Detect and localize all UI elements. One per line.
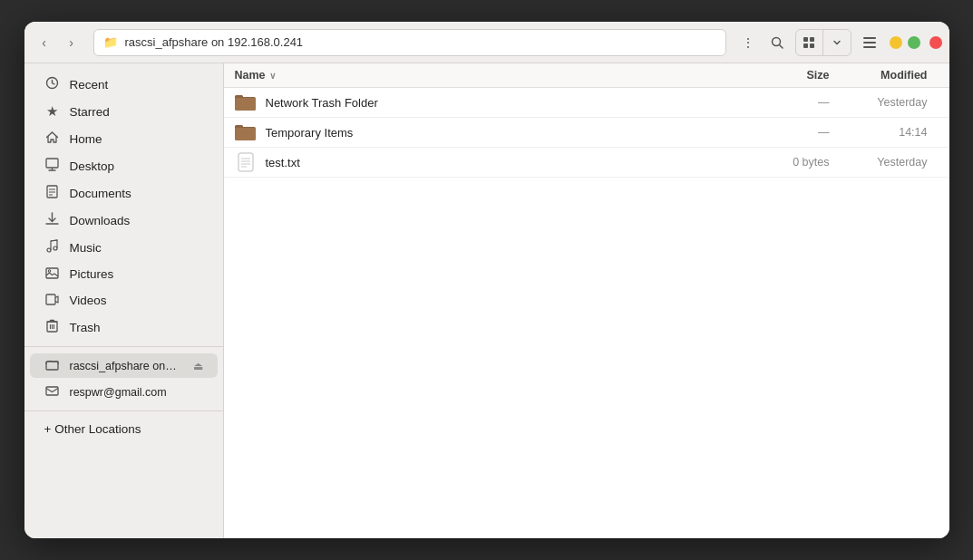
sidebar-item-recent[interactable]: Recent: [30, 72, 218, 97]
sidebar-item-downloads-label: Downloads: [70, 214, 131, 227]
afpshare-icon: [44, 358, 61, 373]
desktop-icon: [44, 158, 61, 174]
list-view-button[interactable]: [857, 30, 882, 55]
txt-file-icon-container: [235, 153, 257, 171]
sidebar-item-starred[interactable]: ★ Starred: [30, 99, 218, 124]
view-toggle-group: [795, 29, 851, 56]
close-button[interactable]: [929, 36, 942, 49]
svg-rect-21: [46, 268, 58, 278]
sidebar-item-gmail[interactable]: respwr@gmail.com: [30, 380, 218, 404]
file-size: —: [739, 126, 830, 139]
file-pane: Name ∨ Size Modified: [224, 63, 949, 538]
file-name: Network Trash Folder: [266, 96, 378, 110]
svg-line-1: [779, 44, 783, 48]
sidebar-item-videos-label: Videos: [70, 294, 107, 307]
file-size: 0 bytes: [739, 156, 830, 169]
search-icon: [771, 36, 783, 49]
file-list: Network Trash Folder — Yesterday: [224, 88, 949, 538]
file-row-name: Temporary Items: [235, 123, 739, 141]
svg-rect-4: [803, 43, 808, 48]
address-bar[interactable]: 📁 rascsi_afpshare on 192.168.0.241: [93, 29, 726, 56]
view-chevron-button[interactable]: [823, 30, 851, 55]
window-controls: [890, 36, 942, 49]
minimize-button[interactable]: [890, 36, 902, 49]
sidebar-item-afpshare[interactable]: rascsi_afpshare on 192.168.0... ⏏: [30, 353, 218, 378]
sidebar-item-trash[interactable]: Trash: [30, 314, 218, 340]
file-modified: 14:14: [830, 126, 939, 139]
sidebar-item-documents-label: Documents: [70, 187, 131, 200]
documents-icon: [44, 185, 61, 201]
svg-line-20: [51, 240, 57, 241]
sidebar-item-desktop-label: Desktop: [70, 159, 115, 173]
sidebar-item-starred-label: Starred: [70, 105, 110, 119]
svg-rect-29: [46, 362, 58, 370]
forward-button[interactable]: ›: [59, 30, 84, 55]
sidebar-item-music[interactable]: Music: [30, 235, 218, 260]
recent-icon: [44, 76, 61, 92]
file-list-header: Name ∨ Size Modified: [224, 63, 949, 88]
table-row[interactable]: Network Trash Folder — Yesterday: [224, 88, 949, 118]
music-icon: [44, 239, 61, 256]
pictures-icon: [44, 266, 61, 282]
list-icon: [863, 37, 876, 48]
trash-icon: [44, 319, 61, 335]
file-name: test.txt: [266, 156, 300, 169]
column-header-size[interactable]: Size: [739, 69, 830, 82]
file-name: Temporary Items: [266, 126, 354, 140]
more-options-button[interactable]: ⋮: [735, 30, 761, 55]
file-row-name: Network Trash Folder: [235, 93, 739, 111]
titlebar: ‹ › 📁 rascsi_afpshare on 192.168.0.241 ⋮: [24, 22, 949, 63]
other-locations-label: + Other Locations: [44, 422, 141, 436]
svg-rect-3: [810, 37, 814, 42]
eject-icon[interactable]: ⏏: [193, 360, 203, 372]
folder-icon-container: [235, 93, 257, 111]
starred-icon: ★: [44, 103, 61, 120]
sidebar-item-other-locations[interactable]: + Other Locations: [30, 418, 218, 440]
grid-icon: [803, 36, 815, 49]
home-icon: [44, 130, 61, 147]
file-row-name: test.txt: [235, 153, 739, 171]
table-row[interactable]: Temporary Items — 14:14: [224, 118, 949, 148]
grid-view-button[interactable]: [796, 30, 823, 55]
nav-buttons: ‹ ›: [32, 30, 84, 55]
main-content: Recent ★ Starred Home: [24, 63, 949, 538]
column-header-modified[interactable]: Modified: [830, 69, 939, 82]
svg-rect-2: [803, 37, 808, 42]
downloads-icon: [44, 212, 61, 228]
svg-rect-36: [235, 128, 256, 140]
sidebar-item-pictures-label: Pictures: [70, 267, 114, 281]
sidebar-item-music-label: Music: [70, 241, 102, 255]
svg-rect-33: [235, 98, 256, 111]
svg-rect-10: [46, 159, 58, 168]
sidebar-item-desktop[interactable]: Desktop: [30, 153, 218, 179]
svg-rect-6: [863, 37, 876, 39]
back-button[interactable]: ‹: [32, 30, 57, 55]
svg-rect-5: [810, 43, 814, 48]
sidebar-item-downloads[interactable]: Downloads: [30, 208, 218, 233]
sidebar-item-recent-label: Recent: [70, 78, 109, 92]
svg-rect-23: [46, 294, 55, 304]
folder-icon: [235, 93, 257, 111]
svg-rect-7: [863, 42, 876, 43]
svg-rect-37: [238, 153, 253, 171]
sort-arrow: ∨: [269, 71, 276, 81]
text-file-icon: [238, 152, 254, 172]
sidebar-item-videos[interactable]: Videos: [30, 288, 218, 313]
search-button[interactable]: [764, 30, 790, 55]
gmail-icon: [44, 384, 61, 400]
svg-point-22: [48, 270, 50, 272]
folder-icon-container: [235, 123, 257, 141]
file-size: —: [739, 96, 830, 109]
table-row[interactable]: test.txt 0 bytes Yesterday: [224, 148, 949, 178]
videos-icon: [44, 293, 61, 308]
sidebar-item-home-label: Home: [70, 132, 102, 146]
sidebar-item-gmail-label: respwr@gmail.com: [70, 386, 167, 399]
column-header-name[interactable]: Name ∨: [235, 69, 739, 82]
sidebar-item-documents[interactable]: Documents: [30, 180, 218, 206]
sidebar-item-trash-label: Trash: [70, 321, 101, 334]
sidebar-item-home[interactable]: Home: [30, 126, 218, 151]
folder-icon: [235, 123, 257, 141]
maximize-button[interactable]: [908, 36, 920, 49]
sidebar-item-pictures[interactable]: Pictures: [30, 262, 218, 286]
file-modified: Yesterday: [830, 156, 939, 169]
